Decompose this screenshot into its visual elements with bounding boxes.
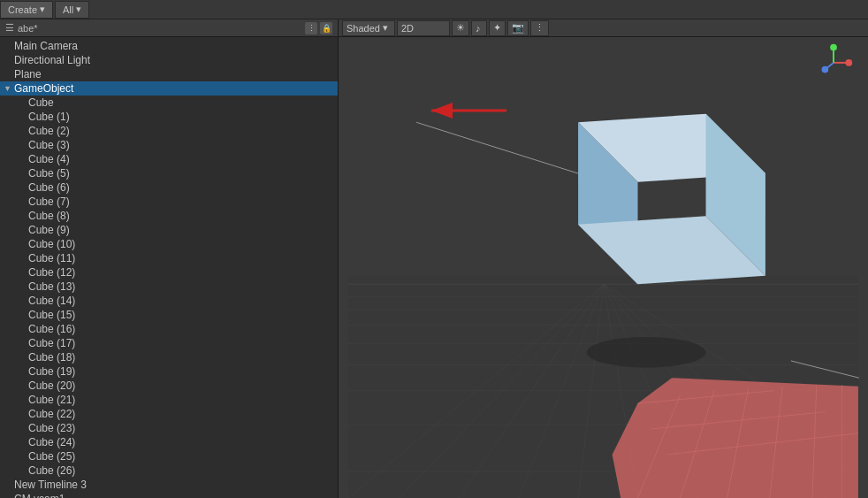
scene-svg xyxy=(339,37,868,498)
hierarchy-item-label: Main Camera xyxy=(14,40,78,52)
hierarchy-item-label: Plane xyxy=(14,68,42,80)
hierarchy-item-label: Cube (19) xyxy=(28,365,75,378)
scene-view[interactable] xyxy=(339,37,868,498)
hierarchy-item-label: Cube (6) xyxy=(28,181,70,194)
panel-lock-icon[interactable]: 🔒 xyxy=(320,22,332,34)
hierarchy-item-label: Cube (26) xyxy=(28,464,75,477)
hierarchy-item-cube-26[interactable]: Cube (26) xyxy=(0,464,338,478)
hierarchy-item-cube-8[interactable]: Cube (8) xyxy=(0,209,338,223)
svg-point-41 xyxy=(845,59,852,66)
hierarchy-item-label: Cube (2) xyxy=(28,125,70,137)
top-toolbar: Create ▾ All ▾ xyxy=(0,0,868,19)
hierarchy-item-label: Cube (3) xyxy=(28,139,70,151)
toggle-icon: ▼ xyxy=(4,84,14,93)
hierarchy-item-cube-12[interactable]: Cube (12) xyxy=(0,265,338,280)
hierarchy-item-label: New Timeline 3 xyxy=(14,479,87,491)
panel-icons: ⋮ 🔒 xyxy=(305,22,332,34)
hierarchy-item-label: GameObject xyxy=(14,82,73,95)
hierarchy-item-cube-21[interactable]: Cube (21) xyxy=(0,393,338,407)
hierarchy-item-label: Cube (20) xyxy=(28,379,75,392)
hierarchy-item-cube[interactable]: Cube xyxy=(0,96,338,110)
svg-point-31 xyxy=(587,337,706,368)
hierarchy-item-cube-11[interactable]: Cube (11) xyxy=(0,251,338,265)
hierarchy-item-label: Cube (7) xyxy=(28,195,70,208)
hierarchy-item-new-timeline-3[interactable]: New Timeline 3 xyxy=(0,478,338,492)
hierarchy-item-cube-22[interactable]: Cube (22) xyxy=(0,407,338,421)
hierarchy-item-cube-20[interactable]: Cube (20) xyxy=(0,379,338,393)
fx-toolbar-icon[interactable]: ✦ xyxy=(489,20,506,36)
hierarchy-item-label: Cube (15) xyxy=(28,309,75,321)
hierarchy-item-cube-6[interactable]: Cube (6) xyxy=(0,180,338,195)
hierarchy-item-gameobject[interactable]: ▼GameObject xyxy=(0,81,338,96)
hierarchy-item-label: Cube xyxy=(28,96,54,109)
hierarchy-item-label: Cube (23) xyxy=(28,422,75,434)
hierarchy-item-cube-24[interactable]: Cube (24) xyxy=(0,435,338,449)
2d-mode-button[interactable]: 2D xyxy=(397,20,450,36)
hierarchy-item-label: Cube (14) xyxy=(28,295,75,307)
hierarchy-item-label: Cube (21) xyxy=(28,394,75,406)
hierarchy-item-label: CM vcam1 xyxy=(14,493,65,498)
hierarchy-item-cube-7[interactable]: Cube (7) xyxy=(0,195,338,209)
hierarchy-item-cube-14[interactable]: Cube (14) xyxy=(0,294,338,308)
svg-point-42 xyxy=(830,44,837,51)
hierarchy-list[interactable]: Main CameraDirectional LightPlane▼GameOb… xyxy=(0,37,338,498)
hierarchy-item-label: Cube (5) xyxy=(28,167,70,180)
shading-dropdown[interactable]: Shaded ▾ xyxy=(342,20,395,36)
chevron-down-icon: ▾ xyxy=(40,4,45,15)
hierarchy-item-cube-19[interactable]: Cube (19) xyxy=(0,364,338,379)
hierarchy-item-cube-9[interactable]: Cube (9) xyxy=(0,223,338,237)
hierarchy-item-cube-3[interactable]: Cube (3) xyxy=(0,138,338,152)
scene-toolbar: Shaded ▾ 2D ☀ ♪ ✦ 📷 ⋮ xyxy=(339,19,868,37)
panel-menu-icon[interactable]: ⋮ xyxy=(305,22,317,34)
hierarchy-panel-header: ☰ abe* ⋮ 🔒 xyxy=(0,19,338,37)
hierarchy-item-cube-5[interactable]: Cube (5) xyxy=(0,166,338,180)
hierarchy-item-cube-15[interactable]: Cube (15) xyxy=(0,308,338,322)
hierarchy-item-label: Cube (25) xyxy=(28,450,75,463)
shading-chevron-icon: ▾ xyxy=(383,22,388,34)
sun-toolbar-icon[interactable]: ☀ xyxy=(452,20,469,36)
chevron-down-icon: ▾ xyxy=(76,4,81,15)
hierarchy-item-main-camera[interactable]: Main Camera xyxy=(0,39,338,53)
hierarchy-item-cube-17[interactable]: Cube (17) xyxy=(0,336,338,350)
annotation-arrow xyxy=(423,97,511,126)
hierarchy-item-label: Cube (10) xyxy=(28,238,75,250)
hierarchy-item-cube-4[interactable]: Cube (4) xyxy=(0,152,338,166)
hierarchy-item-label: Cube (13) xyxy=(28,280,75,293)
camera-toolbar-icon[interactable]: 📷 xyxy=(507,20,529,36)
hierarchy-title: abe* xyxy=(18,23,38,34)
hierarchy-panel: ☰ abe* ⋮ 🔒 Main CameraDirectional LightP… xyxy=(0,19,339,498)
svg-point-43 xyxy=(822,66,829,73)
hierarchy-item-label: Cube (12) xyxy=(28,266,75,279)
hierarchy-item-label: Cube (18) xyxy=(28,351,75,364)
main-layout: ☰ abe* ⋮ 🔒 Main CameraDirectional LightP… xyxy=(0,19,868,498)
hierarchy-item-label: Cube (8) xyxy=(28,210,70,222)
audio-toolbar-icon[interactable]: ♪ xyxy=(471,20,487,36)
hierarchy-item-directional-light[interactable]: Directional Light xyxy=(0,53,338,67)
more-toolbar-icon[interactable]: ⋮ xyxy=(530,20,549,36)
hierarchy-item-cube-25[interactable]: Cube (25) xyxy=(0,449,338,464)
hierarchy-item-label: Directional Light xyxy=(14,54,90,66)
hierarchy-item-label: Cube (24) xyxy=(28,436,75,448)
hierarchy-item-cube-2[interactable]: Cube (2) xyxy=(0,124,338,138)
hierarchy-item-cube-23[interactable]: Cube (23) xyxy=(0,421,338,435)
hierarchy-item-cube-16[interactable]: Cube (16) xyxy=(0,322,338,336)
panel-header-left: ☰ abe* xyxy=(5,22,38,34)
hierarchy-item-cube-10[interactable]: Cube (10) xyxy=(0,237,338,251)
hierarchy-item-label: Cube (17) xyxy=(28,337,75,349)
hierarchy-item-cube-1[interactable]: Cube (1) xyxy=(0,110,338,124)
hierarchy-item-label: Cube (1) xyxy=(28,111,70,123)
hierarchy-item-label: Cube (16) xyxy=(28,323,75,335)
hierarchy-item-plane[interactable]: Plane xyxy=(0,67,338,81)
create-button[interactable]: Create ▾ xyxy=(0,1,53,19)
hierarchy-icon: ☰ xyxy=(5,22,14,34)
svg-marker-21 xyxy=(613,378,858,498)
hierarchy-item-cube-18[interactable]: Cube (18) xyxy=(0,350,338,364)
hierarchy-item-label: Cube (11) xyxy=(28,252,75,264)
hierarchy-item-cube-13[interactable]: Cube (13) xyxy=(0,280,338,294)
hierarchy-item-label: Cube (4) xyxy=(28,153,70,165)
hierarchy-item-label: Cube (22) xyxy=(28,408,75,420)
all-button[interactable]: All ▾ xyxy=(55,1,89,19)
hierarchy-item-cm-vcam1[interactable]: CM vcam1 xyxy=(0,492,338,498)
hierarchy-item-label: Cube (9) xyxy=(28,224,70,236)
scene-panel: Shaded ▾ 2D ☀ ♪ ✦ 📷 ⋮ xyxy=(339,19,868,498)
